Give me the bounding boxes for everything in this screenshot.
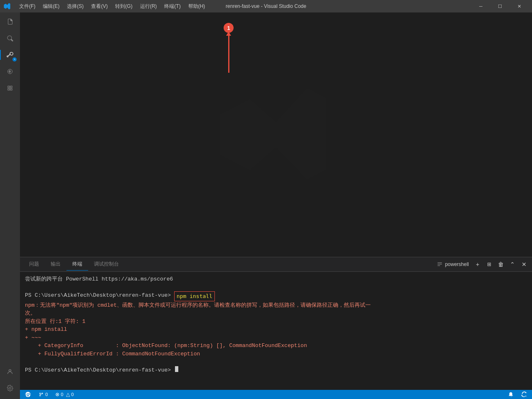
titlebar-left: 文件(F) 编辑(E) 选择(S) 查看(V) 转到(G) 运行(R) 终端(T…: [3, 2, 208, 11]
warning-icon: △: [66, 392, 70, 397]
term-error-text4: + npm install: [25, 325, 67, 334]
status-errors[interactable]: ⊗ 0 △ 0: [54, 392, 75, 397]
warning-count: 0: [71, 392, 74, 397]
term-prompt-end: PS C:\Users\AikeTech\Desktop\renren-fast…: [25, 366, 174, 374]
status-notifications[interactable]: [506, 392, 515, 397]
window-controls: ─ ☐ ✕: [471, 0, 529, 12]
shell-selector[interactable]: powershell: [435, 261, 470, 268]
term-line-error7: + FullyQualifiedErrorId : CommandNotFoun…: [25, 350, 527, 358]
vscode-watermark-icon: [214, 72, 338, 197]
panel-tabs: 问题 输出 终端 调试控制台 powershell + ⊞ 🗑 ⌃ ✕: [20, 257, 532, 272]
term-line-blank2: [25, 358, 527, 366]
term-line-error2: 次。: [25, 309, 527, 318]
term-line-error4: + npm install: [25, 325, 527, 334]
term-line-error6: + CategoryInfo : ObjectNotFound: (npm:St…: [25, 342, 527, 350]
term-line-intro: 尝试新的跨平台 PowerShell https://aka.ms/pscore…: [25, 275, 527, 283]
close-button[interactable]: ✕: [510, 0, 529, 12]
term-line-error5: + ~~~: [25, 334, 527, 342]
app-body: 1 2 问题 输出 终端 调试控制台: [0, 12, 532, 399]
tab-problems[interactable]: 问题: [23, 258, 45, 271]
main-area: 1 2 问题 输出 终端 调试控制台: [20, 12, 532, 399]
term-error-text3: 所在位置 行:1 字符: 1: [25, 318, 86, 326]
status-bar-right: [506, 392, 529, 397]
status-bar: 0 ⊗ 0 △ 0: [20, 390, 532, 399]
activity-bar: [0, 12, 20, 399]
activity-bottom: [2, 364, 17, 399]
term-line-prompt2: PS C:\Users\AikeTech\Desktop\renren-fast…: [25, 366, 527, 374]
menu-select[interactable]: 选择(S): [64, 2, 87, 11]
annotation-1: 1: [224, 23, 234, 73]
status-remote[interactable]: [23, 392, 32, 397]
source-control-badge: [12, 57, 17, 62]
menu-file[interactable]: 文件(F): [16, 2, 39, 11]
add-terminal-button[interactable]: +: [473, 260, 482, 269]
activity-explorer[interactable]: [2, 14, 17, 29]
maximize-button[interactable]: ☐: [490, 0, 510, 12]
npm-install-command: npm install: [174, 291, 215, 301]
titlebar: 文件(F) 编辑(E) 选择(S) 查看(V) 转到(G) 运行(R) 终端(T…: [0, 0, 532, 12]
error-icon: ⊗: [55, 392, 59, 397]
terminal-panel: 问题 输出 终端 调试控制台 powershell + ⊞ 🗑 ⌃ ✕: [20, 257, 532, 390]
activity-account[interactable]: [2, 364, 17, 379]
menu-bar: 文件(F) 编辑(E) 选择(S) 查看(V) 转到(G) 运行(R) 终端(T…: [16, 2, 208, 11]
svg-point-1: [9, 369, 11, 372]
editor-area: 1 2: [20, 12, 532, 257]
tab-output[interactable]: 输出: [45, 258, 66, 271]
activity-settings[interactable]: [2, 381, 17, 396]
tab-terminal[interactable]: 终端: [66, 258, 88, 271]
panel-actions: powershell + ⊞ 🗑 ⌃ ✕: [435, 260, 529, 269]
term-cursor: [175, 366, 178, 372]
vscode-logo-icon: [3, 2, 11, 10]
status-branch-name: 0: [45, 392, 48, 397]
term-error-text6: + CategoryInfo : ObjectNotFound: (npm:St…: [25, 342, 307, 350]
term-line-error1: npm：无法将"npm"项识别为 cmdlet、函数、脚本文件或可运行程序的名称…: [25, 301, 527, 310]
menu-run[interactable]: 运行(R): [137, 2, 160, 11]
minimize-button[interactable]: ─: [471, 0, 490, 12]
menu-terminal[interactable]: 终端(T): [161, 2, 184, 11]
menu-goto[interactable]: 转到(G): [112, 2, 135, 11]
term-prompt-text: PS C:\Users\AikeTech\Desktop\renren-fast…: [25, 291, 174, 301]
term-error-text5: + ~~~: [25, 334, 41, 342]
window-title: renren-fast-vue - Visual Studio Code: [226, 3, 306, 9]
menu-edit[interactable]: 编辑(E): [39, 2, 63, 11]
activity-run-debug[interactable]: [2, 64, 17, 79]
menu-help[interactable]: 帮助(H): [185, 2, 209, 11]
panel-maximize-button[interactable]: ⌃: [508, 260, 517, 269]
panel-close-button[interactable]: ✕: [520, 260, 529, 269]
term-line-error3: 所在位置 行:1 字符: 1: [25, 318, 527, 326]
shell-name: powershell: [445, 261, 469, 267]
term-line-prompt1: PS C:\Users\AikeTech\Desktop\renren-fast…: [25, 291, 527, 301]
tab-debug-console[interactable]: 调试控制台: [88, 258, 125, 271]
term-error-text2: 次。: [25, 309, 36, 318]
menu-view[interactable]: 查看(V): [88, 2, 111, 11]
term-text: 尝试新的跨平台 PowerShell https://aka.ms/pscore…: [25, 275, 173, 283]
status-git-branch[interactable]: 0: [37, 392, 49, 397]
status-bar-left: 0 ⊗ 0 △ 0: [23, 392, 75, 397]
term-line-blank: [25, 283, 527, 292]
status-sync[interactable]: [520, 392, 529, 397]
term-error-text7: + FullyQualifiedErrorId : CommandNotFoun…: [25, 350, 200, 358]
activity-source-control[interactable]: [2, 47, 17, 62]
activity-search[interactable]: [2, 31, 17, 46]
activity-extensions[interactable]: [2, 81, 17, 96]
error-count: 0: [61, 392, 63, 397]
term-error-text1: npm：无法将"npm"项识别为 cmdlet、函数、脚本文件或可运行程序的名称…: [25, 301, 371, 310]
terminal-content[interactable]: 尝试新的跨平台 PowerShell https://aka.ms/pscore…: [20, 272, 532, 390]
split-terminal-button[interactable]: ⊞: [485, 260, 494, 269]
annotation-arrow-1: [228, 35, 229, 73]
kill-terminal-button[interactable]: 🗑: [496, 260, 505, 269]
